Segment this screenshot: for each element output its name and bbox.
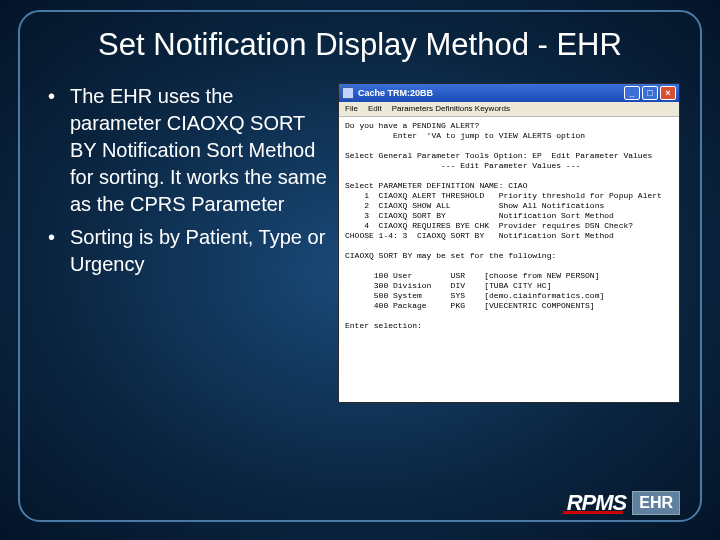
slide-frame: Set Notification Display Method - EHR Th… [18, 10, 702, 522]
terminal-body: Do you have a PENDING ALERT? Enter 'VA t… [339, 117, 679, 402]
menu-edit[interactable]: Edit [368, 104, 382, 114]
bullet-list: The EHR uses the parameter CIAOXQ SORT B… [40, 83, 330, 403]
window-title: Cache TRM:20BB [358, 88, 433, 99]
content-row: The EHR uses the parameter CIAOXQ SORT B… [20, 73, 700, 403]
menu-bar: File Edit Parameters Definitions Keyword… [339, 102, 679, 117]
menu-file[interactable]: File [345, 104, 358, 114]
logo-swoosh [562, 511, 623, 514]
ehr-logo-badge: EHR [632, 491, 680, 515]
footer-logo: RPMS EHR [567, 490, 680, 516]
bullet-item: Sorting is by Patient, Type or Urgency [40, 224, 330, 278]
maximize-button[interactable]: □ [642, 86, 658, 100]
app-icon [342, 87, 354, 99]
slide-title: Set Notification Display Method - EHR [20, 12, 700, 73]
minimize-button[interactable]: _ [624, 86, 640, 100]
menu-params[interactable]: Parameters Definitions Keywords [392, 104, 510, 114]
window-titlebar: Cache TRM:20BB _ □ × [339, 84, 679, 102]
bullet-item: The EHR uses the parameter CIAOXQ SORT B… [40, 83, 330, 218]
terminal-window: Cache TRM:20BB _ □ × File Edit Parameter… [338, 83, 680, 403]
close-button[interactable]: × [660, 86, 676, 100]
